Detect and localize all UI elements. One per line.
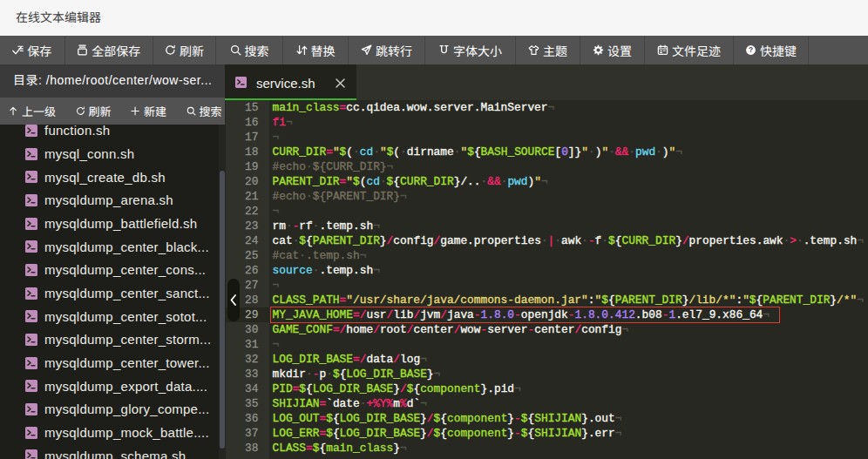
svg-text:?: ?: [749, 45, 753, 54]
